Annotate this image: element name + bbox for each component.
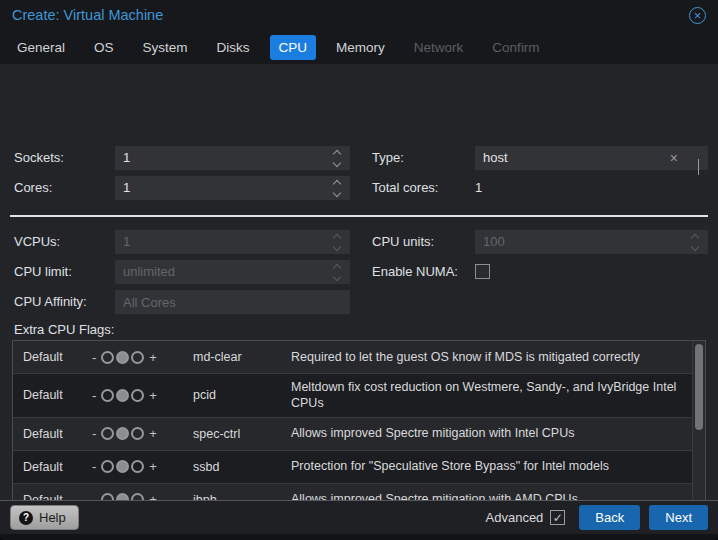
- tab-general[interactable]: General: [8, 35, 74, 60]
- cpu-flag-row-pcid: Default - + pcid Meltdown fix cost reduc…: [13, 374, 705, 418]
- vcpus-label: VCPUs:: [14, 230, 60, 254]
- slider-on-dot[interactable]: [131, 389, 144, 402]
- cpu-limit-spinner: unlimited: [115, 260, 350, 284]
- flag-tristate-slider[interactable]: - +: [89, 350, 193, 365]
- flag-default-label: Default: [23, 460, 89, 474]
- type-label: Type:: [372, 146, 404, 170]
- tab-os[interactable]: OS: [85, 35, 123, 60]
- slider-off-dot[interactable]: [101, 427, 114, 440]
- advanced-section-divider: [10, 215, 708, 217]
- cpu-flag-row-ssbd: Default - + ssbd Protection for "Specula…: [13, 451, 705, 484]
- next-button[interactable]: Next: [649, 505, 708, 530]
- slider-default-dot[interactable]: [116, 460, 129, 473]
- back-button[interactable]: Back: [579, 505, 640, 530]
- close-icon[interactable]: ×: [689, 7, 706, 24]
- slider-minus-label: -: [89, 459, 99, 474]
- flag-description: Required to let the guest OS know if MDS…: [291, 344, 705, 370]
- tab-cpu[interactable]: CPU: [270, 35, 317, 60]
- slider-plus-label: +: [146, 388, 160, 403]
- slider-off-dot[interactable]: [101, 351, 114, 364]
- flag-default-label: Default: [23, 350, 89, 364]
- dialog-title: Create: Virtual Machine: [12, 7, 689, 23]
- flag-name: pcid: [193, 388, 291, 402]
- slider-off-dot[interactable]: [101, 460, 114, 473]
- flag-default-label: Default: [23, 388, 89, 402]
- type-combobox[interactable]: host ×: [475, 146, 708, 170]
- slider-plus-label: +: [146, 350, 160, 365]
- cpu-limit-spin-buttons: [331, 260, 343, 284]
- slider-minus-label: -: [89, 426, 99, 441]
- cpu-limit-label: CPU limit:: [14, 260, 72, 284]
- slider-on-dot[interactable]: [131, 427, 144, 440]
- flags-scrollbar-thumb[interactable]: [695, 344, 703, 430]
- slider-default-dot[interactable]: [116, 351, 129, 364]
- sockets-spinner[interactable]: 1: [115, 146, 350, 170]
- check-icon: ✓: [553, 511, 563, 525]
- tab-memory[interactable]: Memory: [327, 35, 394, 60]
- vcpus-spinner: 1: [115, 230, 350, 254]
- vcpus-spin-buttons: [331, 230, 343, 254]
- footer-toolbar: ? Help Advanced ✓ Back Next: [0, 500, 718, 534]
- slider-minus-label: -: [89, 388, 99, 403]
- slider-on-dot[interactable]: [131, 460, 144, 473]
- total-cores-label: Total cores:: [372, 176, 438, 200]
- type-clear-icon[interactable]: ×: [670, 146, 678, 170]
- cpu-affinity-input[interactable]: [123, 290, 342, 314]
- flag-description: Allows improved Spectre mitigation with …: [291, 420, 705, 446]
- tab-bar: GeneralOSSystemDisksCPUMemoryNetworkConf…: [0, 30, 718, 64]
- total-cores-value: 1: [475, 176, 482, 200]
- flag-description: Meltdown fix cost reduction on Westmere,…: [291, 374, 705, 417]
- cpu-units-spin-buttons: [689, 230, 701, 254]
- tab-disks[interactable]: Disks: [208, 35, 259, 60]
- flag-tristate-slider[interactable]: - +: [89, 388, 193, 403]
- tab-network: Network: [405, 35, 473, 60]
- create-vm-dialog: Create: Virtual Machine × GeneralOSSyste…: [0, 0, 718, 540]
- sockets-label: Sockets:: [14, 146, 64, 170]
- extra-cpu-flags-label: Extra CPU Flags:: [14, 322, 114, 337]
- advanced-checkbox[interactable]: ✓: [550, 510, 565, 525]
- cpu-units-label: CPU units:: [372, 230, 434, 254]
- flag-name: md-clear: [193, 350, 291, 364]
- flag-tristate-slider[interactable]: - +: [89, 459, 193, 474]
- cpu-flag-row-spec-ctrl: Default - + spec-ctrl Allows improved Sp…: [13, 418, 705, 451]
- enable-numa-checkbox[interactable]: [475, 264, 490, 279]
- flag-default-label: Default: [23, 427, 89, 441]
- help-button[interactable]: ? Help: [10, 505, 79, 530]
- slider-plus-label: +: [146, 459, 160, 474]
- cpu-units-spinner: 100: [475, 230, 708, 254]
- advanced-label: Advanced: [486, 510, 544, 525]
- flag-name: ssbd: [193, 460, 291, 474]
- cores-label: Cores:: [14, 176, 52, 200]
- cpu-flag-row-md-clear: Default - + md-clear Required to let the…: [13, 341, 705, 374]
- title-bar: Create: Virtual Machine ×: [0, 0, 718, 30]
- type-dropdown-icon[interactable]: [698, 155, 699, 179]
- cores-spin-buttons[interactable]: [331, 176, 343, 200]
- tab-confirm: Confirm: [483, 35, 548, 60]
- flag-tristate-slider[interactable]: - +: [89, 426, 193, 441]
- slider-default-dot[interactable]: [116, 389, 129, 402]
- slider-on-dot[interactable]: [131, 351, 144, 364]
- tab-system[interactable]: System: [134, 35, 197, 60]
- flag-description: Protection for "Speculative Store Bypass…: [291, 453, 705, 479]
- flag-name: spec-ctrl: [193, 427, 291, 441]
- slider-default-dot[interactable]: [116, 427, 129, 440]
- cpu-affinity-label: CPU Affinity:: [14, 290, 87, 314]
- slider-plus-label: +: [146, 426, 160, 441]
- cpu-affinity-field[interactable]: [115, 290, 350, 314]
- slider-minus-label: -: [89, 350, 99, 365]
- cores-spinner[interactable]: 1: [115, 176, 350, 200]
- sockets-spin-buttons[interactable]: [331, 146, 343, 170]
- dialog-bottom-edge: [0, 534, 718, 540]
- cpu-tab-panel: Sockets: 1 Type: host × Cores: 1 Total c…: [0, 64, 718, 500]
- help-icon: ?: [19, 511, 33, 525]
- enable-numa-label: Enable NUMA:: [372, 260, 458, 284]
- slider-off-dot[interactable]: [101, 389, 114, 402]
